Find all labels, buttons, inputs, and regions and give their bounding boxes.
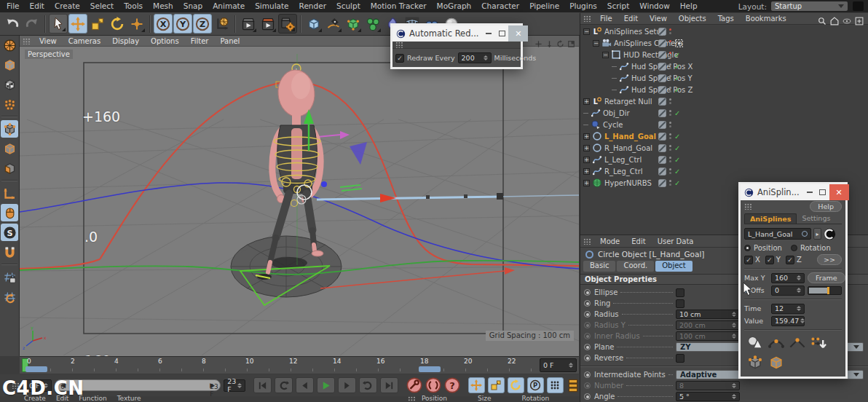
expander-icon[interactable]: + [583, 98, 590, 105]
maximize-button[interactable] [495, 25, 508, 42]
field-value[interactable]: 159.47 [771, 316, 805, 326]
object-row-retarget-null[interactable]: +LRetarget Null [580, 95, 868, 107]
key-scale-toggle[interactable] [488, 377, 505, 393]
pan-view-icon[interactable] [534, 37, 542, 45]
menu-item-size[interactable]: Size [478, 395, 491, 402]
rotate-view-icon[interactable] [556, 37, 564, 45]
expander-icon[interactable]: + [583, 157, 590, 163]
object-picker-icon[interactable] [824, 228, 836, 240]
render-view-button[interactable] [239, 14, 258, 34]
redraw-value-field[interactable]: 200 [458, 52, 492, 63]
enable-dots-icon[interactable] [669, 63, 672, 69]
points-mode-button[interactable] [1, 120, 18, 138]
polygons-mode-button[interactable] [1, 159, 18, 177]
pick-object-button[interactable]: ▸ [813, 228, 821, 240]
object-row-anisplines-camera[interactable]: −AniSplines Camera [580, 37, 868, 49]
object-row-hud-spline-pos-x[interactable]: Hud Spline Pos X✓ [580, 60, 868, 72]
world-mode-button[interactable] [1, 36, 18, 54]
bake-points-icon[interactable] [810, 335, 826, 351]
layer-tag-icon[interactable] [658, 155, 667, 165]
redo-button[interactable] [23, 14, 42, 34]
maximize-view-icon[interactable] [567, 37, 575, 45]
spinner-icon[interactable] [797, 275, 801, 280]
enable-dots-icon[interactable] [669, 28, 672, 34]
key-parameter-toggle[interactable]: P [527, 377, 544, 393]
cube-points-icon[interactable] [747, 355, 763, 371]
field-max-y[interactable]: 160 [771, 273, 805, 283]
play-button[interactable] [317, 377, 335, 393]
enable-dots-icon[interactable] [669, 52, 672, 58]
expander-icon[interactable]: + [583, 168, 590, 175]
radio-position[interactable]: Position [744, 244, 782, 252]
animation-dot-icon[interactable] [584, 333, 591, 339]
go-to-end-button[interactable] [380, 377, 398, 393]
axis-checkbox-x[interactable]: ✓ [744, 256, 753, 264]
minimize-button[interactable] [803, 184, 816, 200]
live-selection-button[interactable] [49, 14, 68, 34]
menu-item-objects[interactable]: Objects [673, 13, 712, 25]
field-time[interactable]: 12 [771, 304, 805, 314]
menu-item-script[interactable]: Script [602, 0, 634, 12]
animation-dot-icon[interactable] [584, 322, 591, 328]
grip-handle[interactable] [408, 396, 416, 401]
object-row-hud-spline-pos-z[interactable]: Hud Spline Pos Z✓ [580, 84, 868, 95]
add-spline-button[interactable] [324, 14, 343, 34]
spinner-field-number[interactable]: 8 [676, 381, 740, 390]
search-icon[interactable] [818, 15, 826, 23]
enabled-check-icon[interactable]: ✓ [674, 155, 680, 165]
model-mode-button[interactable] [1, 56, 18, 74]
enable-dots-icon[interactable] [669, 87, 672, 92]
layer-tag-icon[interactable] [658, 120, 667, 130]
object-row-r-hand-goal[interactable]: +R_Hand_Goal✓ [580, 142, 868, 154]
move-tool-button[interactable] [68, 14, 87, 34]
layer-tag-icon[interactable] [658, 27, 667, 36]
viewport-solo-button[interactable] [1, 204, 18, 221]
workplane-button[interactable] [1, 184, 18, 202]
object-row-cycle[interactable]: Cycle [580, 119, 868, 130]
enabled-check-icon[interactable]: ✓ [674, 109, 680, 118]
menu-item-view[interactable]: View [644, 13, 673, 25]
align-workplane-button[interactable] [1, 288, 18, 305]
spinner-icon[interactable] [484, 55, 488, 60]
object-row-hud-rectangle[interactable]: −HUD Rectangle✓ [580, 49, 868, 60]
tab-basic[interactable]: Basic [583, 261, 615, 272]
spinner-field-inner-radius[interactable]: 100 cm [676, 331, 740, 341]
menu-item-tags[interactable]: Tags [712, 13, 740, 25]
tab-object[interactable]: Object [655, 261, 693, 272]
tab-anisplines[interactable]: AniSplines [744, 213, 797, 224]
layer-tag-icon[interactable] [658, 178, 667, 188]
menu-item-panel[interactable]: Panel [214, 36, 245, 47]
camera-label[interactable]: Perspective [25, 50, 73, 59]
menu-item-mode[interactable]: Mode [594, 235, 626, 248]
spinner-icon[interactable] [797, 306, 801, 311]
checkbox-ellipse[interactable] [676, 288, 684, 297]
previous-frame-button[interactable] [296, 377, 314, 393]
menu-item-pipeline[interactable]: Pipeline [524, 0, 564, 12]
menu-item-select[interactable]: Select [85, 0, 119, 12]
menu-item-tools[interactable]: Tools [119, 0, 148, 12]
animation-dot-icon[interactable] [584, 371, 591, 378]
enabled-check-icon[interactable]: ✓ [674, 62, 680, 71]
menu-item-character[interactable]: Character [476, 0, 524, 12]
lock-workplane-button[interactable] [1, 268, 18, 285]
animation-dot-icon[interactable] [584, 289, 591, 296]
object-row-l-hand-goal[interactable]: +L_Hand_Goal✓ [580, 130, 868, 142]
interface-palette-icon[interactable] [853, 1, 864, 11]
ruler-frame-field[interactable]: 0 F [540, 358, 577, 372]
coordinate-system-button[interactable] [213, 14, 232, 34]
menu-item-simulate[interactable]: Simulate [250, 0, 293, 12]
last-tool-button[interactable] [127, 14, 146, 34]
animation-dot-icon[interactable] [584, 311, 591, 318]
undo-button[interactable] [3, 14, 22, 34]
menu-item-bookmarks[interactable]: Bookmarks [740, 13, 792, 25]
animation-dot-icon[interactable] [584, 355, 591, 361]
object-row-r-leg-ctrl[interactable]: +R_Leg_Ctrl✓ [580, 165, 868, 177]
layer-tag-icon[interactable] [658, 167, 667, 176]
layer-tag-icon[interactable] [658, 143, 667, 153]
grip-handle[interactable] [583, 238, 591, 245]
menu-item-user-data[interactable]: User Data [652, 235, 700, 248]
zoom-view-icon[interactable] [545, 37, 553, 45]
layer-tag-icon[interactable] [658, 132, 667, 141]
keyframe-marker[interactable] [25, 366, 47, 372]
layout-select[interactable]: Startup [771, 1, 848, 11]
